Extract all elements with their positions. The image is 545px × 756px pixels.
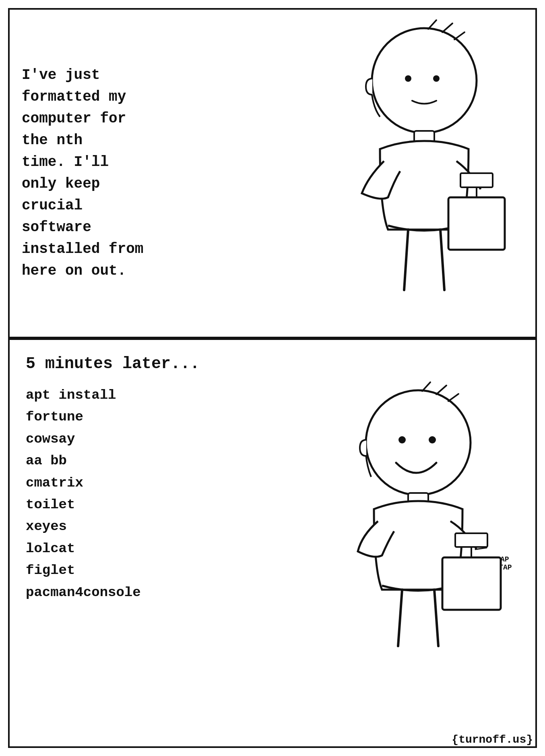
svg-rect-9 [448, 197, 505, 250]
svg-line-21 [475, 548, 487, 549]
panel-2-character-svg: TAP TAP TAP TAP TAP TAP [299, 380, 509, 670]
svg-point-0 [372, 28, 477, 133]
svg-point-17 [429, 436, 436, 443]
panel-2-character-area: TAP TAP TAP TAP TAP TAP [272, 380, 535, 670]
svg-point-16 [398, 436, 406, 443]
svg-line-27 [434, 590, 438, 646]
svg-line-7 [404, 230, 408, 290]
panel-2-header: 5 minutes later... [10, 340, 535, 380]
svg-rect-28 [442, 557, 501, 610]
svg-line-15 [448, 394, 458, 401]
svg-line-3 [454, 32, 464, 39]
svg-point-5 [433, 75, 440, 82]
svg-line-26 [398, 590, 402, 646]
panel-2: 5 minutes later... apt install fortune c… [8, 338, 537, 748]
svg-line-2 [442, 23, 452, 32]
svg-line-13 [422, 382, 430, 391]
panel-2-commands: apt install fortune cowsay aa bb cmatrix… [10, 380, 272, 619]
panel-2-content: apt install fortune cowsay aa bb cmatrix… [10, 380, 535, 746]
svg-rect-11 [460, 173, 493, 187]
panel-1-text: I've just formatted my computer for the … [10, 48, 272, 298]
panel-2-header-text: 5 minutes later... [26, 352, 519, 376]
watermark: {turnoff.us} [452, 733, 533, 746]
svg-line-1 [428, 20, 436, 29]
panel-1-character-svg [299, 16, 509, 330]
svg-point-4 [405, 75, 411, 82]
comic-page: I've just formatted my computer for the … [0, 0, 545, 756]
svg-line-8 [440, 230, 444, 290]
svg-point-12 [366, 390, 471, 495]
svg-rect-30 [455, 533, 487, 547]
panel-1: I've just formatted my computer for the … [8, 8, 537, 338]
panel-1-character-area [272, 10, 535, 337]
svg-line-14 [436, 385, 446, 394]
